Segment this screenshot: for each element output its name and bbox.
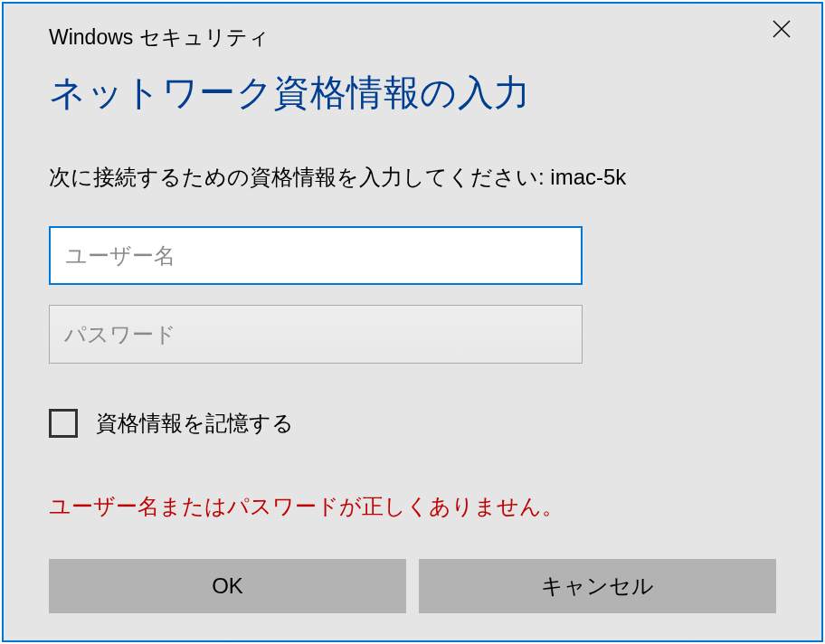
dialog-heading: ネットワーク資格情報の入力 [49, 68, 776, 118]
ok-button[interactable]: OK [49, 559, 406, 613]
titlebar-title: Windows セキュリティ [49, 14, 270, 52]
close-button[interactable] [760, 13, 803, 45]
username-input[interactable] [49, 226, 583, 285]
close-icon [771, 18, 792, 40]
password-input[interactable] [49, 305, 583, 364]
remember-credentials-row: 資格情報を記憶する [49, 409, 776, 438]
titlebar: Windows セキュリティ [4, 4, 821, 52]
cancel-button[interactable]: キャンセル [419, 559, 776, 613]
error-message: ユーザー名またはパスワードが正しくありません。 [49, 492, 776, 521]
remember-credentials-label: 資格情報を記憶する [96, 409, 294, 438]
remember-credentials-checkbox[interactable] [49, 409, 78, 438]
dialog-content: ネットワーク資格情報の入力 次に接続するための資格情報を入力してください: im… [4, 68, 821, 613]
button-row: OK キャンセル [49, 559, 776, 613]
security-dialog: Windows セキュリティ ネットワーク資格情報の入力 次に接続するための資格… [2, 2, 823, 642]
instruction-text: 次に接続するための資格情報を入力してください: imac-5k [49, 163, 776, 192]
